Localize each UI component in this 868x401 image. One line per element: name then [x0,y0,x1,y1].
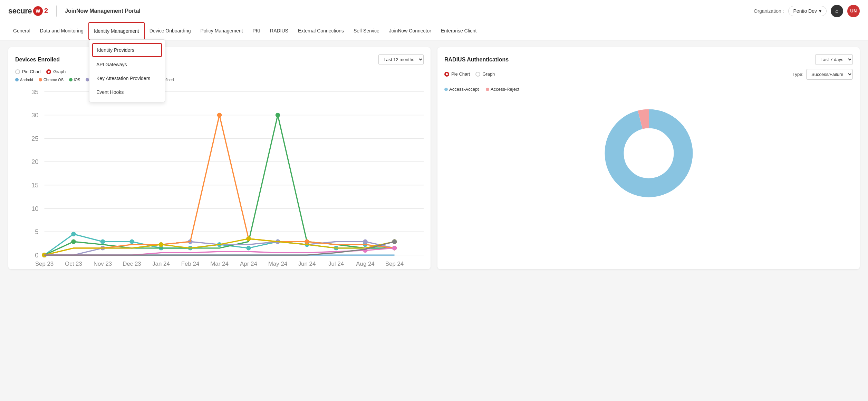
svg-text:35: 35 [31,88,39,96]
devices-card-title: Devices Enrolled [15,57,60,63]
nav-item-data-monitoring[interactable]: Data and Monitoring [35,22,88,40]
type-label: Type: [792,72,803,77]
access-reject-dot [486,88,489,91]
header: secure W 2 JoinNow Management Portal Org… [0,0,868,22]
svg-text:5: 5 [35,228,38,235]
radius-card-title: RADIUS Authentications [444,57,509,63]
devices-period-selector: Last 12 months [378,54,424,65]
dropdown-item-identity-providers[interactable]: Identity Providers [92,43,162,57]
header-right: Organization : Pentio Dev ▾ ⌂ UN [754,5,860,17]
android-dot [15,78,19,81]
macos-dot [86,78,89,81]
radius-period-select[interactable]: Last 7 days [815,54,853,65]
nav-item-joinnow-connector[interactable]: JoinNow Connector [384,22,436,40]
nav-item-policy-management[interactable]: Policy Management [196,22,248,40]
org-selector[interactable]: Pentio Dev ▾ [788,6,827,16]
logo: secure W 2 [8,6,48,16]
portal-title: JoinNow Management Portal [65,8,141,14]
logo-badge: W [33,6,43,16]
svg-text:Sep 23: Sep 23 [35,261,54,267]
svg-text:Apr 24: Apr 24 [240,261,257,267]
user-avatar[interactable]: UN [847,5,860,17]
radius-graph-option[interactable]: Graph [475,71,495,77]
svg-text:25: 25 [31,135,39,142]
radius-pie-radio[interactable] [444,72,449,77]
devices-chart-options: Pie Chart Graph [15,69,424,74]
ios-dot [69,78,73,81]
radius-legend: Access-Accept Access-Reject [444,87,853,92]
svg-point-65 [392,239,397,244]
devices-line-chart: 35 30 25 20 15 10 5 0 Sep 23 Oct 23 Nov … [15,86,424,261]
svg-point-43 [71,239,76,244]
svg-text:Feb 24: Feb 24 [181,261,200,267]
svg-point-55 [217,113,222,118]
chromeos-dot [39,78,42,81]
pie-chart-option[interactable]: Pie Chart [15,69,41,74]
svg-point-60 [159,242,164,247]
svg-text:10: 10 [31,205,39,212]
radius-pie-option[interactable]: Pie Chart [444,71,470,77]
svg-text:Nov 23: Nov 23 [94,261,112,267]
svg-text:Oct 23: Oct 23 [65,261,82,267]
pie-chart-radio[interactable] [15,69,20,74]
svg-text:Jul 24: Jul 24 [328,261,344,267]
svg-point-31 [100,239,105,244]
radius-graph-radio[interactable] [475,72,480,77]
svg-text:Aug 24: Aug 24 [356,261,375,267]
radius-donut-container [444,95,853,212]
radius-options-row: Pie Chart Graph Type: Success/Failure [444,69,853,82]
svg-point-61 [246,236,251,241]
nav-item-radius[interactable]: RADIUS [265,22,293,40]
chevron-down-icon: ▾ [819,8,821,14]
svg-text:Dec 23: Dec 23 [123,261,141,267]
svg-point-57 [305,239,309,244]
nav-item-enterprise-client[interactable]: Enterprise Client [436,22,482,40]
radius-type-select[interactable]: Success/Failure [806,69,853,80]
svg-text:Sep 24: Sep 24 [385,261,404,267]
legend-access-accept: Access-Accept [444,87,479,92]
legend-chromeos: Chrome OS [39,78,64,82]
legend-android: Android [15,78,33,82]
svg-point-30 [71,232,76,237]
nav-item-identity-management[interactable]: Identity Management Identity Providers A… [88,22,145,40]
radius-type-row: Type: Success/Failure [792,69,853,80]
dropdown-item-api-gateways[interactable]: API Gateways [89,58,165,71]
svg-text:30: 30 [31,111,39,119]
org-label: Organization : [754,8,784,14]
main-nav: General Data and Monitoring Identity Man… [0,22,868,40]
devices-chart-area: 35 30 25 20 15 10 5 0 Sep 23 Oct 23 Nov … [15,86,424,262]
legend-ios: iOS [69,78,80,82]
graph-radio[interactable] [46,69,51,74]
svg-text:Mar 24: Mar 24 [210,261,229,267]
nav-item-general[interactable]: General [8,22,35,40]
radius-chart-options: Pie Chart Graph [444,71,495,77]
dropdown-item-key-attestation[interactable]: Key Attestation Providers [89,71,165,85]
svg-text:Jan 24: Jan 24 [152,261,170,267]
devices-card-header: Devices Enrolled Last 12 months [15,54,424,65]
radius-card-header: RADIUS Authentications Last 7 days [444,54,853,65]
radius-donut-chart [597,101,701,205]
devices-period-select[interactable]: Last 12 months [378,54,424,65]
graph-option[interactable]: Graph [46,69,66,74]
svg-point-36 [246,246,251,251]
svg-text:20: 20 [31,158,39,165]
svg-text:15: 15 [31,182,39,189]
home-button[interactable]: ⌂ [831,5,843,17]
svg-point-32 [129,239,134,244]
svg-text:Jun 24: Jun 24 [298,261,316,267]
nav-item-pki[interactable]: PKI [248,22,265,40]
org-name: Pentio Dev [793,8,817,14]
nav-item-self-service[interactable]: Self Service [349,22,384,40]
svg-point-44 [276,113,280,118]
radius-card: RADIUS Authentications Last 7 days Pie C… [437,47,860,269]
header-divider [56,6,57,17]
nav-item-external-connections[interactable]: External Connections [293,22,349,40]
svg-text:May 24: May 24 [268,261,287,267]
access-accept-dot [444,88,448,91]
logo-text: secure [8,7,32,16]
dropdown-item-event-hooks[interactable]: Event Hooks [89,85,165,99]
devices-legend: Android Chrome OS iOS macOS Non-specific… [15,78,424,82]
legend-access-reject: Access-Reject [486,87,519,92]
logo-num: 2 [44,7,48,15]
nav-item-device-onboarding[interactable]: Device Onboarding [145,22,196,40]
